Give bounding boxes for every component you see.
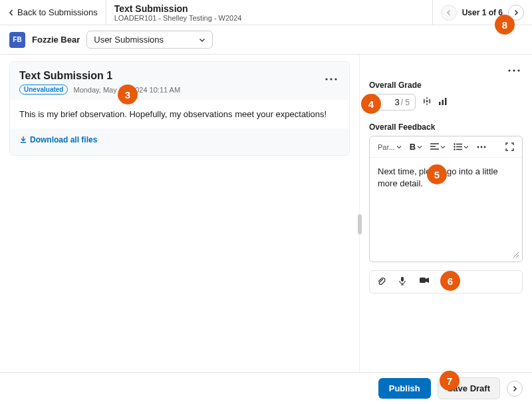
next-submission-button[interactable] <box>507 381 523 397</box>
resize-grip-icon <box>513 252 519 258</box>
grading-panel: Overall Grade / 5 Overall Feedback Par..… <box>359 55 532 391</box>
svg-rect-16 <box>401 277 404 282</box>
attach-file-button[interactable] <box>376 276 386 288</box>
submission-body: This is my brief observation. Hopefully,… <box>10 100 349 128</box>
download-label: Download all files <box>30 135 97 144</box>
card-footer: Download all files <box>10 128 349 155</box>
submission-panel: Text Submission 1 Unevaluated Monday, Ma… <box>0 55 359 391</box>
video-camera-icon <box>419 276 430 284</box>
svg-point-12 <box>454 148 455 150</box>
svg-point-10 <box>454 143 455 144</box>
avatar: FB <box>9 32 25 48</box>
tutorial-marker-8: 8 <box>495 15 515 35</box>
user-name: Fozzie Bear <box>32 35 80 45</box>
grade-input[interactable] <box>384 97 400 107</box>
svg-rect-9 <box>445 98 447 105</box>
record-video-button[interactable] <box>419 276 430 288</box>
submission-card: Text Submission 1 Unevaluated Monday, Ma… <box>9 61 350 156</box>
grading-actions-menu[interactable] <box>505 61 523 77</box>
svg-point-5 <box>517 69 519 71</box>
chevron-left-icon <box>8 9 15 16</box>
svg-point-3 <box>508 69 510 71</box>
chevron-down-icon <box>396 144 402 150</box>
expand-icon <box>505 142 514 151</box>
bold-button[interactable]: B <box>407 140 425 153</box>
chevron-down-icon <box>464 144 469 150</box>
svg-rect-17 <box>420 278 426 283</box>
svg-point-14 <box>481 146 483 148</box>
course-subtitle: LOADER101 - Shelley Testing - W2024 <box>114 14 424 22</box>
more-formatting-button[interactable] <box>474 144 489 150</box>
publish-button[interactable]: Publish <box>378 378 431 399</box>
svg-rect-8 <box>442 100 444 105</box>
tutorial-marker-7: 7 <box>440 371 460 391</box>
tutorial-marker-3: 3 <box>118 85 138 104</box>
record-audio-button[interactable] <box>398 276 407 288</box>
more-horizontal-icon <box>325 78 337 81</box>
download-icon <box>19 136 27 144</box>
header-title-block: Text Submission LOADER101 - Shelley Test… <box>106 1 432 25</box>
svg-point-0 <box>325 78 327 80</box>
chevron-down-icon <box>440 144 446 150</box>
svg-point-13 <box>477 146 479 148</box>
main-content: Text Submission 1 Unevaluated Monday, Ma… <box>0 55 532 391</box>
back-link-label: Back to Submissions <box>17 7 98 17</box>
list-button[interactable] <box>451 142 471 152</box>
more-horizontal-icon <box>508 69 520 72</box>
svg-rect-7 <box>439 102 441 105</box>
grade-stats-button[interactable] <box>438 97 448 108</box>
editor-resize-handle[interactable] <box>510 249 522 262</box>
overall-feedback-label: Overall Feedback <box>369 122 523 132</box>
align-button[interactable] <box>428 142 448 152</box>
fullscreen-button[interactable] <box>503 141 517 152</box>
page-header: Back to Submissions Text Submission LOAD… <box>0 0 532 25</box>
svg-point-11 <box>454 146 455 147</box>
list-icon <box>454 143 462 150</box>
grade-suggestion-button[interactable] <box>422 97 432 108</box>
submission-actions-menu[interactable] <box>323 70 340 85</box>
grade-row: / 5 <box>369 94 523 110</box>
grade-denominator: / 5 <box>401 98 410 107</box>
more-horizontal-icon <box>477 146 486 148</box>
chevron-right-icon <box>513 9 519 16</box>
tutorial-marker-6: 6 <box>440 271 460 291</box>
chevron-left-icon <box>446 9 452 16</box>
assignment-title: Text Submission <box>114 3 424 14</box>
submissions-dropdown[interactable]: User Submissions <box>86 31 213 49</box>
chevron-down-icon <box>417 144 422 150</box>
panel-resize-handle[interactable] <box>358 214 362 234</box>
bar-chart-icon <box>438 97 448 106</box>
align-left-icon <box>430 143 439 150</box>
prev-user-button <box>441 5 457 21</box>
card-header: Text Submission 1 Unevaluated Monday, Ma… <box>10 62 349 100</box>
bold-icon: B <box>410 142 416 152</box>
submission-title: Text Submission 1 <box>19 70 180 82</box>
back-link[interactable]: Back to Submissions <box>0 7 106 17</box>
tutorial-marker-4: 4 <box>361 94 381 114</box>
dropdown-label: User Submissions <box>94 35 164 45</box>
user-navigation: User 1 of 6 <box>432 0 532 25</box>
wand-icon <box>422 97 432 106</box>
microphone-icon <box>398 276 407 286</box>
paperclip-icon <box>376 276 386 286</box>
download-all-link[interactable]: Download all files <box>19 135 97 144</box>
tutorial-marker-5: 5 <box>427 164 447 184</box>
chevron-right-icon <box>511 385 518 392</box>
svg-point-1 <box>330 78 332 80</box>
user-position-label: User 1 of 6 <box>462 8 503 17</box>
editor-toolbar: Par... B <box>370 136 522 158</box>
overall-grade-label: Overall Grade <box>369 81 523 90</box>
chevron-down-icon <box>199 37 205 43</box>
svg-point-2 <box>334 78 336 80</box>
paragraph-style-select[interactable]: Par... <box>375 142 404 152</box>
svg-point-15 <box>484 146 486 148</box>
user-toolbar: FB Fozzie Bear User Submissions <box>0 25 532 55</box>
svg-point-6 <box>426 101 428 102</box>
status-badge: Unevaluated <box>19 85 68 95</box>
svg-point-4 <box>513 69 515 71</box>
feedback-editor: Par... B <box>369 136 523 262</box>
